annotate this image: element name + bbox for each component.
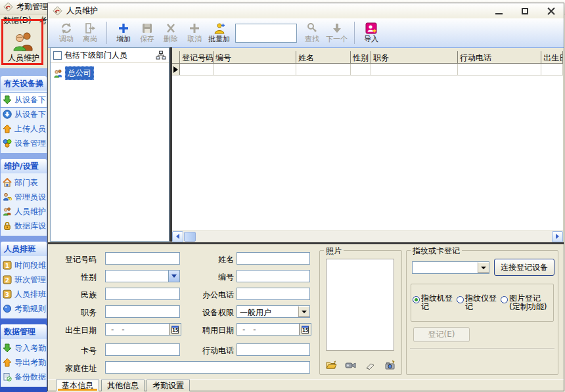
window-titlebar[interactable]: 人员维护 <box>48 3 564 18</box>
tab-other-info[interactable]: 其他信息 <box>101 380 145 391</box>
cancel-button[interactable]: 取消 <box>183 22 206 44</box>
scroll-left-icon <box>176 234 179 239</box>
chevron-down-icon[interactable] <box>168 271 179 282</box>
radio-picture-registration[interactable]: 图片登记(定制功能) <box>501 294 551 311</box>
number-field[interactable] <box>237 270 310 282</box>
department-tree-panel: 包括下级部门人员 总公司 <box>50 47 170 242</box>
scrollbar-thumb[interactable] <box>184 232 196 242</box>
name-field[interactable] <box>237 252 310 265</box>
column-header-position[interactable]: 职务 <box>371 51 458 63</box>
nav-item-label: 人员维护 <box>14 206 46 217</box>
maximize-button[interactable] <box>516 5 533 18</box>
open-photo-button[interactable] <box>324 359 338 372</box>
close-button[interactable] <box>543 5 560 18</box>
hire-date-field[interactable]: - - 15 <box>237 323 311 336</box>
connect-device-button[interactable]: 连接登记设备 <box>494 259 554 276</box>
import-button[interactable]: 导入 <box>359 22 383 44</box>
toolbar-button-label: 离岗 <box>83 34 97 44</box>
nav-item-admin-settings[interactable]: 管理员设 <box>1 190 47 204</box>
nav-item-attendance-rules[interactable]: 考勤规则 <box>1 301 47 316</box>
birth-date-field[interactable]: - - 15 <box>105 323 181 336</box>
nav-item-personnel-schedule[interactable]: 3 人员排班 <box>1 287 47 301</box>
dropdown-arrow-icon[interactable] <box>478 262 489 273</box>
find-key-icon <box>305 22 319 34</box>
tab-basic-info[interactable]: 基本信息 <box>56 380 99 391</box>
column-header-number[interactable]: 编号 <box>214 51 296 63</box>
erase-photo-button[interactable] <box>363 359 378 372</box>
toolbar-separator <box>354 22 355 44</box>
batch-add-button[interactable]: 批量加 <box>206 22 232 44</box>
find-button[interactable]: 查找 <box>300 22 324 44</box>
tab-attendance-settings[interactable]: 考勤设置 <box>147 380 190 391</box>
reg-no-label: 登记号码 <box>52 254 97 265</box>
menu-data[interactable]: 数据(D) <box>3 15 32 26</box>
capture-video-button[interactable] <box>344 359 358 372</box>
nav-item-backup-data[interactable]: 备份数据 <box>1 370 47 384</box>
nav-item-department-table[interactable]: 部门表 <box>1 175 47 190</box>
capture-photo-button[interactable] <box>383 359 397 372</box>
include-sub-departments-checkbox[interactable] <box>53 51 62 60</box>
nav-item-download-from-device-2[interactable]: 从设备下 <box>1 107 47 121</box>
grid-empty-row[interactable] <box>172 64 563 76</box>
tree-node-head-office[interactable]: 总公司 <box>51 66 169 80</box>
radio-fingerprint-machine[interactable]: 指纹机登记 <box>413 294 455 311</box>
card-no-field[interactable] <box>105 343 180 356</box>
leave-post-button[interactable]: 离岗 <box>78 22 102 44</box>
position-field[interactable] <box>105 305 180 318</box>
next-down-arrow-icon <box>330 22 344 34</box>
column-header-birthdate[interactable]: 出生日期 <box>541 51 563 63</box>
nav-item-import-attendance[interactable]: 导入考勤 <box>1 341 47 355</box>
nav-item-download-from-device-1[interactable]: 从设备下 <box>1 93 47 107</box>
nav-item-export-attendance[interactable]: 导出考勤 <box>1 355 47 370</box>
org-chart-icon[interactable] <box>156 51 166 60</box>
menu-attendance[interactable]: 考 <box>39 15 47 26</box>
batch-add-person-icon <box>213 22 226 34</box>
hire-date-picker-button[interactable]: 15 <box>299 324 311 335</box>
home-address-field[interactable] <box>105 361 310 374</box>
personnel-maintenance-toolbar-button[interactable]: 人员维护 <box>3 28 45 67</box>
minimize-button[interactable] <box>490 5 507 18</box>
grid-horizontal-scrollbar[interactable] <box>172 230 563 242</box>
next-button[interactable]: 下一个 <box>324 22 350 44</box>
nav-header-data-management[interactable]: 数据管理 <box>1 324 47 339</box>
scroll-left-button[interactable] <box>172 231 183 242</box>
nav-item-upload-personnel[interactable]: 上传人员 <box>1 121 47 136</box>
nav-header-device-ops[interactable]: 有关设备操 <box>1 76 47 91</box>
gender-combobox[interactable] <box>105 270 180 282</box>
nav-item-database-settings[interactable]: 数据库设 <box>1 219 47 233</box>
column-header-gender[interactable]: 性别 <box>351 51 371 63</box>
save-button[interactable]: 保存 <box>135 22 159 44</box>
device-combobox[interactable] <box>412 261 489 274</box>
nav-item-shift-management[interactable]: 2 班次管理 <box>1 272 47 287</box>
column-header-reg-no[interactable]: 登记号码 <box>180 51 214 63</box>
video-camera-icon <box>345 360 357 370</box>
add-button[interactable]: 增加 <box>112 22 135 44</box>
toolbar-button-label: 批量加 <box>208 34 230 44</box>
mobile-phone-field[interactable] <box>237 343 310 356</box>
screen: 考勤管理 数据(D) 考 人员维护 有关设备操 从设备下 <box>0 0 565 392</box>
column-header-mobile[interactable]: 行动电话 <box>458 51 541 63</box>
gender-value <box>106 271 168 282</box>
register-button[interactable]: 登记(E) <box>413 327 470 342</box>
nav-header-maintenance-settings[interactable]: 维护/设置 <box>1 159 47 173</box>
ethnicity-field[interactable] <box>105 288 180 300</box>
nav-section-data: 数据管理 导入考勤 导出考勤 备份数据 <box>1 324 47 387</box>
grid-header-row: 登记号码 编号 姓名 性别 职务 行动电话 出生日期 <box>172 51 563 64</box>
transfer-button[interactable]: 调动 <box>55 22 78 44</box>
dropdown-arrow-icon[interactable] <box>298 306 309 317</box>
device-privilege-combobox[interactable]: 一般用户 <box>237 305 310 318</box>
office-phone-field[interactable] <box>237 288 310 300</box>
device-manager-icon <box>3 139 12 148</box>
search-input[interactable] <box>235 24 297 43</box>
birth-date-picker-button[interactable]: 15 <box>169 324 181 335</box>
featured-button-label: 人员维护 <box>8 53 39 64</box>
nav-item-time-period[interactable]: 1 时间段维 <box>1 258 47 272</box>
nav-item-device-management[interactable]: 设备管理 <box>1 136 47 150</box>
reg-no-field[interactable] <box>105 252 180 265</box>
nav-item-personnel-maintenance[interactable]: 人员维护 <box>1 204 47 219</box>
column-header-name[interactable]: 姓名 <box>296 51 351 63</box>
nav-header-personnel-scheduling[interactable]: 人员排班 <box>1 242 47 256</box>
radio-fingerprint-reader[interactable]: 指纹仪登记 <box>457 294 499 311</box>
scroll-right-button[interactable] <box>552 231 563 242</box>
delete-button[interactable]: 删除 <box>159 22 183 44</box>
